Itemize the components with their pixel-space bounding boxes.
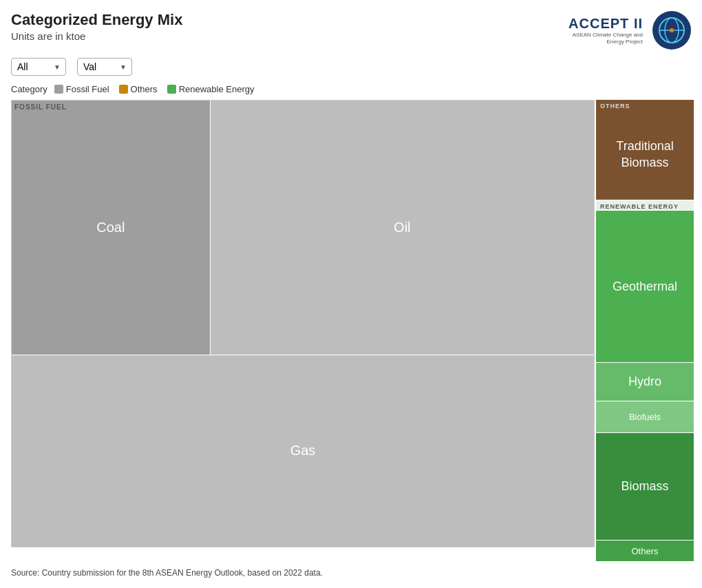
fossil-dot [54, 85, 63, 94]
fossil-fuel-label: FOSSIL FUEL [14, 103, 67, 111]
biomass-cell: Biomass [596, 433, 694, 540]
dropdown1-wrap[interactable]: All [11, 58, 66, 76]
renewable-others-cell: Others [596, 540, 694, 561]
others-label: Others [131, 84, 158, 94]
val-dropdown[interactable]: Val [77, 58, 132, 76]
gas-cell: Gas [12, 355, 594, 547]
chart-container: FOSSIL FUEL Coal Oil Gas OTHERS Traditio… [0, 100, 702, 561]
legend-fossil: Fossil Fuel [54, 84, 109, 94]
geothermal-cell: Geothermal [596, 211, 694, 362]
legend-label: Category [11, 84, 47, 94]
renewable-section: RENEWABLE ENERGY Geothermal Hydro Biofue… [596, 200, 694, 561]
logo-area: ACCEPT II ASEAN Climate Change and Energ… [560, 11, 691, 50]
oil-cell: Oil [211, 101, 594, 355]
renewable-others-label: Others [631, 546, 658, 556]
sidebar: OTHERS Traditional Biomass RENEWABLE ENE… [596, 100, 694, 561]
geothermal-label: Geothermal [613, 280, 677, 294]
treemap-row-top: Coal Oil [12, 101, 594, 355]
biofuels-label: Biofuels [629, 412, 661, 422]
renewable-label: Renewable Energy [179, 84, 255, 94]
logo-text: ACCEPT II ASEAN Climate Change and Energ… [560, 16, 643, 45]
main-title: Categorized Energy Mix [11, 11, 182, 29]
traditional-biomass-label: Traditional Biomass [596, 138, 694, 171]
treemap-row-bottom: Gas [12, 355, 594, 547]
others-section: OTHERS Traditional Biomass [596, 100, 694, 200]
hydro-cell: Hydro [596, 363, 694, 401]
all-dropdown[interactable]: All [11, 58, 66, 76]
header: Categorized Energy Mix Units are in ktoe… [0, 0, 702, 55]
logo-text-sub: ASEAN Climate Change and Energy Project [560, 32, 643, 45]
legend: Category Fossil Fuel Others Renewable En… [0, 81, 702, 100]
renewable-dot [167, 85, 176, 94]
legend-renewable: Renewable Energy [167, 84, 255, 94]
biofuels-cell: Biofuels [596, 401, 694, 432]
controls: All Val [0, 55, 702, 81]
oil-label: Oil [394, 220, 410, 235]
svg-point-4 [670, 28, 674, 32]
others-section-label: OTHERS [596, 100, 694, 109]
biomass-label: Biomass [621, 479, 668, 494]
gas-label: Gas [290, 443, 316, 459]
title-block: Categorized Energy Mix Units are in ktoe [11, 11, 182, 42]
hydro-label: Hydro [628, 375, 661, 389]
logo-text-main: ACCEPT II [560, 16, 643, 32]
renewable-section-label: RENEWABLE ENERGY [596, 200, 694, 210]
fossil-label: Fossil Fuel [66, 84, 109, 94]
logo-icon [652, 11, 691, 50]
sub-title: Units are in ktoe [11, 30, 182, 42]
traditional-biomass-cell: Traditional Biomass [596, 109, 694, 200]
source-text: Source: Country submission for the 8th A… [0, 561, 702, 585]
others-dot [119, 85, 128, 94]
legend-others: Others [119, 84, 158, 94]
dropdown2-wrap[interactable]: Val [77, 58, 132, 76]
fossil-fuel-section: FOSSIL FUEL Coal Oil Gas [11, 100, 595, 547]
coal-label: Coal [96, 220, 125, 235]
coal-cell: Coal [12, 101, 210, 355]
